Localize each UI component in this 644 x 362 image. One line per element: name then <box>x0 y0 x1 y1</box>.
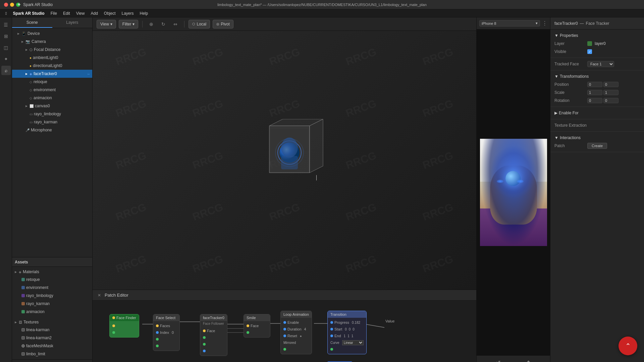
main-layout: ☰ ⊞ ◫ ✦ ⌕ Scene Layers ▶ 📱 Device ▶ 📷 Ca… <box>0 17 644 362</box>
preview-menu-icon[interactable]: ⋮ <box>542 20 547 26</box>
textures-header[interactable]: ▶ 🖼 Textures <box>12 318 92 326</box>
position-x[interactable] <box>587 82 602 87</box>
asset-linea-karman[interactable]: linea-karman <box>12 326 92 334</box>
app-title: ✦ Spark AR Studio <box>17 1 53 8</box>
rotation-x[interactable] <box>587 98 602 103</box>
device-selector[interactable]: iPhone 8 ▾ <box>479 20 540 26</box>
edit-menu[interactable]: Edit <box>60 10 73 16</box>
assets-icon-btn[interactable]: ◫ <box>1 43 11 52</box>
panel-tabs: Scene Layers <box>12 17 92 28</box>
create-patch-button[interactable]: Create <box>587 143 607 149</box>
refresh-icon[interactable]: ↺ <box>496 359 501 362</box>
layers-menu[interactable]: Layers <box>119 10 137 16</box>
tree-item-directional[interactable]: ● directionalLight0 <box>12 62 92 70</box>
layers-tab[interactable]: Layers <box>52 17 93 28</box>
visible-checkbox[interactable]: ✓ <box>587 49 592 54</box>
materials-header[interactable]: ▶ ◈ Materials <box>12 268 92 276</box>
scale-inputs <box>587 90 619 95</box>
share-icon[interactable]: ⬆ <box>526 359 531 362</box>
curve-select[interactable]: Linear Ease In Ease Out <box>342 340 364 345</box>
center-area: View ▾ Filter ▾ ⊕ ↻ ⇔ ⬡ Local ◎ Pivot <box>93 17 476 362</box>
position-y[interactable] <box>603 82 619 87</box>
local-btn[interactable]: ⬡ Local <box>189 20 210 28</box>
scale-y[interactable] <box>603 90 619 95</box>
rotation-y[interactable] <box>603 98 619 103</box>
scale-x[interactable] <box>587 90 602 95</box>
fx-icon-btn[interactable]: ✦ <box>1 54 11 64</box>
asset-linea-karman2[interactable]: linea-karman2 <box>12 334 92 342</box>
asset-retoque[interactable]: retoque <box>12 276 92 284</box>
tree-item-canvas0[interactable]: ▶ ⬜ canvas0 <box>12 102 92 110</box>
viewport[interactable]: RRCG RRCG RRCG RRCG RRCG RRCG RRCG RRCG … <box>93 31 476 290</box>
scene-tab[interactable]: Scene <box>12 17 52 28</box>
svg-rect-8 <box>281 156 298 169</box>
tree-item-focal[interactable]: ▶ ⬡ Focal Distance <box>12 46 92 54</box>
transformations-section: ▼ Transformations Position Scale Rotatio… <box>550 70 644 107</box>
tree-item-camera[interactable]: ▶ 📷 Camera <box>12 38 92 46</box>
layers-icon-btn[interactable]: ☰ <box>1 20 11 29</box>
smile-header: Smile <box>244 314 270 321</box>
scene-icon-btn[interactable]: ⊞ <box>1 32 11 41</box>
tree-item-animacion[interactable]: ◇ animacion <box>12 94 92 102</box>
tree-item-device[interactable]: ▶ 📱 Device <box>12 29 92 38</box>
enable-for-header[interactable]: ▶ Enable For <box>550 109 644 117</box>
transform-icon-btn[interactable]: ⊕ <box>147 19 156 29</box>
face-select-node[interactable]: Face Select Faces Index 0 <box>153 314 180 351</box>
record-icon: ⌃ <box>625 342 631 350</box>
tree-item-rayo-limbology[interactable]: ▭ rayo_limbology <box>12 110 92 118</box>
tracked-face-section: Tracked Face Face 1 Face 2 <box>550 58 644 70</box>
view-menu[interactable]: View <box>73 10 88 16</box>
face-finder-node[interactable]: Face Finder <box>109 314 139 338</box>
patch-canvas[interactable]: Face Finder <box>93 301 476 362</box>
smile-node[interactable]: Smile Face <box>244 314 270 338</box>
view-dropdown[interactable]: View ▾ <box>97 20 116 28</box>
tree-item-retoque[interactable]: ◇ retoque <box>12 78 92 86</box>
icon-sidebar: ☰ ⊞ ◫ ✦ ⌕ <box>0 17 12 362</box>
scale-icon-btn[interactable]: ⇔ <box>171 19 180 29</box>
rotate-icon-btn[interactable]: ↻ <box>159 19 168 29</box>
transition-node[interactable]: Transition Progress 0.182 Start 0 0 <box>327 311 367 354</box>
add-menu[interactable]: Add <box>88 10 100 16</box>
face-tracker0-header: faceTracker0 <box>200 314 227 321</box>
interactions-header[interactable]: ▼ Interactions <box>550 134 644 142</box>
add-object-button[interactable]: + + Add Object <box>12 359 92 362</box>
materials-section: ▶ ◈ Materials retoque environment rayo_l… <box>12 267 92 317</box>
tree-item-facetracker[interactable]: ▶ ◈ faceTracker0 ↔ <box>12 70 92 78</box>
help-menu[interactable]: Help <box>137 10 151 16</box>
asset-rayo-karman[interactable]: rayo_karman <box>12 300 92 308</box>
layer-color <box>587 41 592 46</box>
asset-rayo-limbology[interactable]: rayo_limbology <box>12 292 92 300</box>
file-menu[interactable]: File <box>48 10 60 16</box>
record-button[interactable]: ⌃ <box>619 337 637 355</box>
apple-menu[interactable]:  <box>3 10 9 16</box>
properties-section-header[interactable]: ▼ Properties <box>550 32 644 40</box>
patch-editor-header: ✕ Patch Editor <box>93 290 476 301</box>
minimize-button[interactable] <box>10 3 14 7</box>
search-icon-btn[interactable]: ⌕ <box>1 66 11 75</box>
right-panel-header: faceTracker0 — Face Tracker <box>550 17 644 29</box>
close-button[interactable] <box>4 3 8 7</box>
tree-item-ambient[interactable]: ● ambientLight0 <box>12 54 92 62</box>
pivot-btn[interactable]: ◎ Pivot <box>213 20 233 28</box>
patch-editor: ✕ Patch Editor <box>93 290 476 362</box>
tree-item-environment[interactable]: ◇ environment <box>12 86 92 94</box>
tree-item-rayo-karman[interactable]: ▭ rayo_karman <box>12 118 92 126</box>
asset-environment[interactable]: environment <box>12 284 92 292</box>
textures-section: ▶ 🖼 Textures linea-karman linea-karman2 … <box>12 317 92 359</box>
asset-animacion[interactable]: animacion <box>12 308 92 316</box>
scale-row: Scale <box>550 88 644 97</box>
asset-face-mesh-mask[interactable]: faceMeshMask <box>12 342 92 350</box>
patch-editor-title: Patch Editor <box>105 293 128 298</box>
face-tracker0-node[interactable]: faceTracker0 Face Follower Face <box>200 314 227 356</box>
patch-close-button[interactable]: ✕ <box>97 293 102 298</box>
filter-dropdown[interactable]: Filter ▾ <box>119 20 139 28</box>
properties-section: ▼ Properties Layer layer0 Visible ✓ <box>550 29 644 58</box>
tree-item-microphone[interactable]: 🎤 Microphone <box>12 126 92 134</box>
asset-limbo-limit[interactable]: limbo_limit <box>12 350 92 358</box>
tracked-face-select[interactable]: Face 1 Face 2 <box>587 61 614 67</box>
app-menu[interactable]: Spark AR Studio <box>10 10 47 16</box>
transition-body: Progress 0.182 Start 0 0 0 End <box>328 318 366 354</box>
transformations-header[interactable]: ▼ Transformations <box>550 72 644 80</box>
loop-animation-node[interactable]: Loop Animation Enable Duration 4 <box>280 311 312 354</box>
object-menu[interactable]: Object <box>101 10 118 16</box>
